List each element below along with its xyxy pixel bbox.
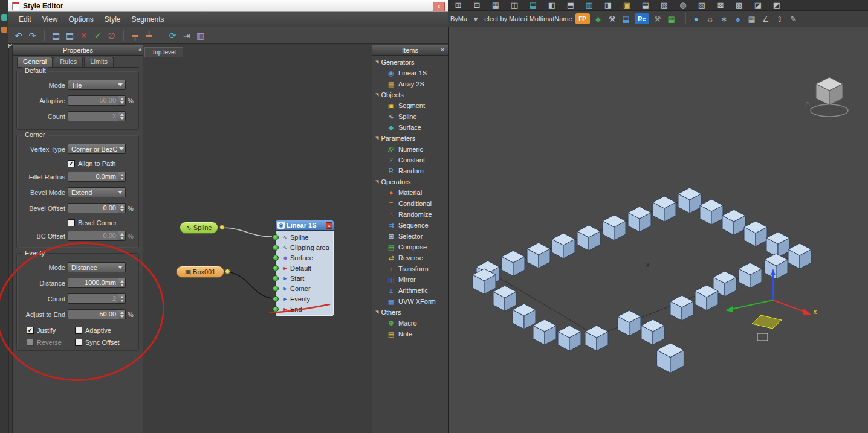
drop-icon[interactable]: ● (691, 13, 702, 24)
linear-input-row-spline[interactable]: ∿Spline (276, 232, 334, 242)
table-icon[interactable]: ▦ (747, 13, 757, 24)
box001-output-port[interactable] (225, 269, 230, 274)
spinner-arrows[interactable] (118, 310, 125, 319)
max-tool-15[interactable]: ⊠ (715, 0, 726, 11)
align-top-icon[interactable]: ╤ (129, 29, 141, 42)
scene-cube[interactable] (678, 188, 701, 213)
linear-input-row-end[interactable]: ►End (276, 304, 334, 314)
spinner-arrows[interactable] (118, 172, 125, 181)
tree-item-note[interactable]: ▤Note (372, 329, 448, 339)
input-port-dot[interactable] (273, 245, 279, 251)
linear-1s-node[interactable]: ◉ Linear 1S x ∿Spline∿Clipping area◆Surf… (275, 220, 334, 316)
node-canvas[interactable]: Top level (143, 45, 372, 433)
max-tool-10[interactable]: ▣ (621, 0, 632, 11)
tree-item-randomize[interactable]: ∴Randomize (372, 209, 448, 220)
evenly-mode-dropdown[interactable]: Distance (68, 262, 126, 272)
max-tool-12[interactable]: ▧ (659, 0, 670, 11)
tree-item-mirror[interactable]: ◫Mirror (372, 274, 448, 285)
scene-cube[interactable] (527, 243, 550, 268)
group-expand-icon[interactable]: ◥ (375, 136, 378, 141)
max-tool-9[interactable]: ◨ (603, 0, 614, 11)
validate-icon[interactable]: ✓ (91, 29, 104, 42)
tree-item-array-2s[interactable]: ▦Array 2S (372, 79, 448, 89)
tree-item-surface[interactable]: ◆Surface (372, 122, 448, 133)
rc-plugin-icon[interactable]: Rc (635, 13, 649, 24)
scene-cube[interactable] (739, 263, 762, 288)
align-bottom-icon[interactable]: ╧ (143, 29, 155, 42)
fp-plugin-icon[interactable]: FP (575, 13, 590, 24)
tree-icon[interactable]: ♠ (733, 13, 743, 24)
scene-cube[interactable] (513, 304, 536, 329)
scene-cube[interactable] (641, 319, 664, 345)
linear-input-row-start[interactable]: ►Start (276, 273, 334, 283)
max-tool-7[interactable]: ⬒ (565, 0, 576, 11)
tree-item-segment[interactable]: ▣Segment (372, 100, 448, 111)
tree-item-material[interactable]: ●Material (372, 187, 448, 198)
menu-edit[interactable]: Edit (13, 13, 37, 25)
spinner-arrows[interactable] (118, 112, 125, 121)
max-tool-18[interactable]: ◩ (771, 0, 782, 11)
bc-offset-spinner[interactable]: 0.00 (68, 231, 126, 241)
justify-checkbox[interactable] (27, 327, 34, 334)
discard-icon[interactable]: ∅ (105, 29, 118, 42)
close-button[interactable]: x (433, 2, 445, 11)
input-port-dot[interactable] (273, 286, 279, 292)
sun-icon[interactable]: ☼ (705, 13, 716, 24)
forest-icon[interactable]: ♣ (593, 13, 604, 24)
items-header[interactable]: Items × (372, 45, 448, 56)
copy-icon[interactable]: ▤ (50, 29, 62, 42)
vertex-type-dropdown[interactable]: Corner or BezC (68, 144, 126, 154)
linear-input-row-default[interactable]: ►Default (276, 263, 334, 273)
paste-icon[interactable]: ▤ (63, 29, 76, 42)
hammer-icon[interactable]: ⚒ (652, 13, 663, 24)
scene-cube[interactable] (502, 251, 525, 276)
scene-cube[interactable] (765, 254, 788, 279)
group-expand-icon[interactable]: ◥ (375, 92, 378, 97)
tab-general[interactable]: General (17, 57, 53, 67)
scene-cube[interactable] (700, 199, 723, 225)
max-tool-8[interactable]: ▥ (584, 0, 595, 11)
tree-group-generators[interactable]: ◥Generators (372, 57, 448, 68)
linear-node-close-button[interactable]: x (326, 222, 332, 229)
bevel-offset-spinner[interactable]: 0.00 (68, 203, 126, 213)
scene-cube[interactable] (618, 310, 641, 336)
bevel-mode-dropdown[interactable]: Extend (68, 187, 126, 197)
tab-limits[interactable]: Limits (84, 57, 114, 67)
max-tool-5[interactable]: ▤ (528, 0, 539, 11)
menu-segments[interactable]: Segments (126, 13, 170, 25)
evenly-adaptive-checkbox[interactable] (75, 327, 82, 334)
max-tool-4[interactable]: ◫ (509, 0, 520, 11)
linear-node-header[interactable]: ◉ Linear 1S x (275, 220, 334, 231)
bevel-corner-checkbox[interactable] (68, 219, 75, 226)
input-port-dot[interactable] (273, 265, 279, 271)
scene-cube[interactable] (766, 232, 789, 257)
max-tool-3[interactable]: ▦ (490, 0, 501, 11)
scene-cube[interactable] (670, 295, 693, 321)
distance-spinner[interactable]: 1000.0mm (68, 278, 126, 288)
tree-item-random[interactable]: RRandom (372, 165, 448, 176)
spinner-arrows[interactable] (118, 204, 125, 213)
adaptive-spinner[interactable]: 50.00 (68, 95, 126, 106)
default-mode-dropdown[interactable]: Tile (68, 80, 126, 90)
max-tool-16[interactable]: ▩ (734, 0, 745, 11)
delete-icon[interactable]: ✕ (77, 29, 90, 42)
tree-item-reverse[interactable]: ⇄Reverse (372, 252, 448, 263)
undo-icon[interactable]: ↶ (12, 29, 25, 42)
fillet-radius-spinner[interactable]: 0.0mm (68, 172, 126, 182)
scene-cube[interactable] (585, 326, 608, 351)
linear-input-row-evenly[interactable]: ►Evenly (276, 293, 334, 304)
tree-item-numeric[interactable]: X²Numeric (372, 144, 448, 155)
menu-view[interactable]: View (37, 13, 63, 25)
tree-item-constant[interactable]: 2Constant (372, 155, 448, 165)
tree-item-conditional[interactable]: ≡Conditional (372, 198, 448, 209)
tree-item-macro[interactable]: ⚙Macro (372, 318, 448, 329)
scene-cube[interactable] (653, 196, 676, 222)
up-arrow-icon[interactable]: ⇧ (774, 13, 785, 24)
max-tool-6[interactable]: ◧ (546, 0, 557, 11)
align-to-path-checkbox[interactable] (68, 160, 75, 167)
linear-input-row-surface[interactable]: ◆Surface (276, 252, 334, 263)
box001-node[interactable]: ▣ Box001 (176, 266, 224, 278)
max-tool-13[interactable]: ◍ (678, 0, 688, 11)
group-expand-icon[interactable]: ◥ (375, 179, 378, 184)
scene-cube[interactable] (657, 343, 684, 373)
